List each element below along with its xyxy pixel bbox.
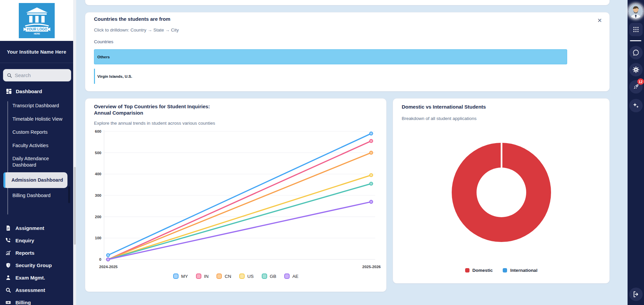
data-point-my bbox=[106, 254, 109, 257]
sidebar-item-label: Exam Mgmt. bbox=[15, 275, 45, 281]
sidebar-item-security-group[interactable]: Security Group bbox=[5, 259, 70, 271]
line-series-cn bbox=[108, 153, 371, 259]
logo-pediment-shape bbox=[26, 7, 47, 12]
line-chart-legend: MYINCNUSGBAE bbox=[85, 273, 386, 279]
sidebar-item-reports[interactable]: Reports bbox=[5, 247, 70, 259]
country-bar-fill bbox=[94, 69, 95, 84]
sidebar-item-label: Reports bbox=[15, 250, 35, 256]
dashboard-grid-icon bbox=[6, 88, 12, 94]
legend-label: International bbox=[510, 268, 537, 273]
logo-text-line1: YOUR LOGO bbox=[27, 27, 47, 31]
page-scrollbar-track[interactable] bbox=[73, 0, 76, 305]
right-rail: 12 bbox=[628, 0, 644, 305]
sidebar-item-timetable-holistic-view[interactable]: Timetable Holistic View bbox=[12, 116, 67, 122]
sidebar-item-billing-dashboard[interactable]: Billing Dashboard bbox=[12, 192, 67, 199]
legend-label: IN bbox=[204, 274, 209, 279]
avatar[interactable] bbox=[629, 4, 643, 18]
sidebar-item-enquiry[interactable]: Enquiry bbox=[5, 234, 70, 247]
institute-logo: YOUR LOGO HERE bbox=[19, 3, 55, 38]
sidebar-item-assignment[interactable]: Assignment bbox=[5, 222, 70, 234]
legend-label: AE bbox=[292, 274, 298, 279]
rail-divider bbox=[630, 40, 641, 41]
sidebar-item-dashboard[interactable]: Dashboard bbox=[6, 88, 42, 94]
sidebar-item-billing[interactable]: Billing bbox=[5, 296, 70, 305]
money-icon bbox=[5, 300, 11, 305]
sidebar-item-assessment[interactable]: Assessment bbox=[5, 284, 70, 296]
logo-area: YOUR LOGO HERE bbox=[0, 0, 73, 41]
countries-bar-chart: OthersVirgin Islands, U.S. bbox=[94, 49, 601, 88]
legend-item-my[interactable]: MY bbox=[173, 273, 188, 279]
chat-button[interactable] bbox=[629, 46, 643, 59]
data-point-gb bbox=[369, 182, 373, 185]
country-bar-label: Others bbox=[97, 55, 110, 59]
donut-legend-item-international[interactable]: International bbox=[503, 268, 537, 273]
countries-card-title: Countries the students are from bbox=[94, 16, 170, 22]
sidebar-item-label: Assignment bbox=[15, 225, 44, 231]
y-axis-tick: 0 bbox=[99, 257, 101, 261]
sidebar-item-label: Security Group bbox=[15, 262, 52, 268]
page-scrollbar-thumb[interactable] bbox=[74, 167, 76, 245]
countries-card: Countries the students are from ✕ Click … bbox=[85, 12, 610, 92]
line-chart-card: Overview of Top Countries for Student In… bbox=[85, 98, 387, 292]
legend-swatch bbox=[239, 273, 245, 279]
sidebar-search[interactable] bbox=[3, 69, 71, 81]
dashboard-label: Dashboard bbox=[16, 88, 42, 94]
donut-chart-title: Domestic vs International Students bbox=[402, 104, 486, 110]
rocket-button[interactable]: 12 bbox=[629, 80, 643, 94]
data-point-us bbox=[369, 174, 373, 177]
legend-swatch bbox=[503, 268, 507, 272]
legend-item-cn[interactable]: CN bbox=[216, 273, 231, 279]
subnav-indent-line bbox=[7, 101, 8, 215]
search-icon bbox=[7, 73, 12, 78]
chart-icon bbox=[5, 250, 11, 256]
donut-legend: DomesticInternational bbox=[393, 268, 609, 273]
top-card-partial bbox=[85, 0, 610, 5]
line-series-in bbox=[108, 141, 371, 259]
sidebar-item-label: Enquiry bbox=[15, 238, 34, 243]
apps-grid-button[interactable] bbox=[629, 23, 643, 36]
legend-item-gb[interactable]: GB bbox=[262, 273, 277, 279]
y-axis-tick: 500 bbox=[95, 151, 101, 155]
settings-button[interactable] bbox=[629, 63, 643, 76]
person-icon bbox=[5, 275, 11, 281]
legend-label: US bbox=[247, 274, 254, 279]
magnifier-icon bbox=[5, 287, 11, 293]
line-series-us bbox=[108, 175, 371, 259]
sparkles-button[interactable] bbox=[629, 99, 643, 112]
legend-item-us[interactable]: US bbox=[239, 273, 254, 279]
legend-item-in[interactable]: IN bbox=[196, 273, 209, 279]
logout-button[interactable] bbox=[629, 288, 643, 301]
dashboard-subnav: Transcript DashboardTimetable Holistic V… bbox=[12, 103, 67, 205]
sidebar-item-transcript-dashboard[interactable]: Transcript Dashboard bbox=[12, 103, 67, 109]
chat-icon bbox=[632, 49, 640, 56]
donut-ring[interactable] bbox=[452, 143, 551, 242]
sidebar-main-nav: AssignmentEnquiryReportsSecurity GroupEx… bbox=[5, 222, 70, 305]
countries-section-label: Countries bbox=[94, 39, 113, 44]
x-axis-tick: 2024-2025 bbox=[99, 265, 118, 269]
logout-icon bbox=[632, 291, 640, 298]
legend-item-ae[interactable]: AE bbox=[284, 273, 298, 279]
search-input[interactable] bbox=[15, 72, 65, 78]
sidebar-scrollbar-thumb[interactable] bbox=[68, 186, 70, 203]
sidebar-item-exam-mgmt[interactable]: Exam Mgmt. bbox=[5, 271, 70, 284]
notification-badge: 12 bbox=[637, 78, 644, 85]
legend-label: Domestic bbox=[473, 268, 493, 273]
country-bar-label: Virgin Islands, U.S. bbox=[97, 74, 132, 78]
sidebar-item-daily-attendance-dashboard[interactable]: Daily Attendance Dashboard bbox=[12, 156, 67, 168]
institute-name-bar: Your Institute Name Here bbox=[0, 41, 73, 63]
donut-legend-item-domestic[interactable]: Domestic bbox=[465, 268, 493, 273]
legend-swatch bbox=[262, 273, 267, 279]
x-axis-tick: 2025-2026 bbox=[362, 265, 381, 269]
country-bar-fill bbox=[94, 49, 567, 64]
country-bar-virgin-islands-u-s[interactable]: Virgin Islands, U.S. bbox=[94, 69, 601, 84]
legend-swatch bbox=[216, 273, 222, 279]
line-chart-subtitle: Explore the annual trends in student acr… bbox=[94, 121, 215, 126]
country-bar-others[interactable]: Others bbox=[94, 49, 601, 64]
sidebar-item-admission-dashboard[interactable]: Admission Dashboard bbox=[3, 172, 67, 188]
legend-label: GB bbox=[270, 274, 277, 279]
sparkles-icon bbox=[632, 102, 640, 109]
sidebar-item-custom-reports[interactable]: Custom Reports bbox=[12, 129, 67, 135]
donut-chart-card: Domestic vs International Students Break… bbox=[393, 98, 610, 284]
close-icon[interactable]: ✕ bbox=[597, 18, 602, 23]
sidebar-item-faculty-activities[interactable]: Faculty Activities bbox=[12, 142, 67, 149]
